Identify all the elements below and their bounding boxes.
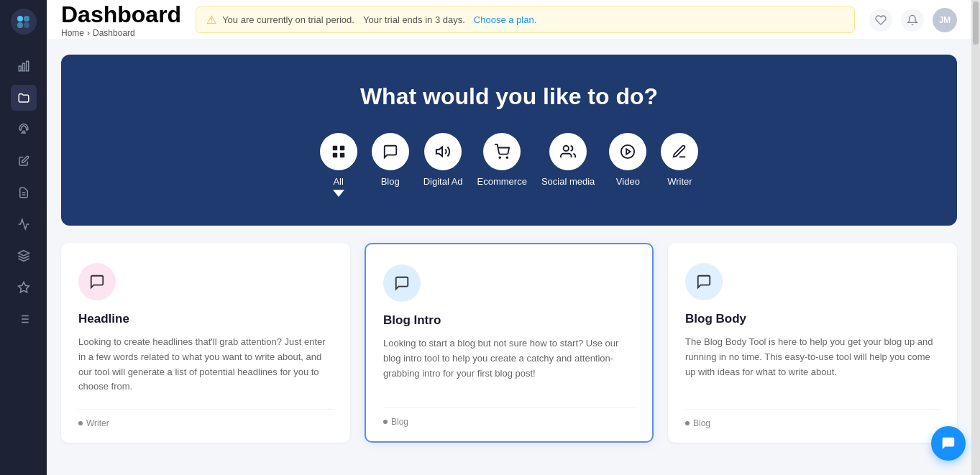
card-blog-intro-tag-dot — [383, 420, 388, 424]
breadcrumb-separator: › — [87, 28, 90, 38]
sidebar-item-list[interactable] — [11, 306, 37, 332]
card-blog-intro-icon-wrap — [383, 264, 421, 302]
svg-rect-6 — [22, 63, 24, 71]
card-blog-body-tag-label: Blog — [693, 418, 710, 428]
tab-ecommerce[interactable]: Ecommerce — [477, 133, 527, 197]
tab-digital-ad[interactable]: Digital Ad — [423, 133, 463, 197]
tab-blog-label: Blog — [381, 176, 400, 187]
trial-message: You are currently on trial period. — [222, 14, 354, 25]
tab-social-media-label: Social media — [541, 176, 595, 187]
sidebar-item-chart[interactable] — [11, 53, 37, 79]
card-blog-body-tag-dot — [685, 421, 690, 425]
sidebar-item-star[interactable] — [11, 275, 37, 300]
svg-point-8 — [22, 131, 24, 133]
sidebar-item-edit[interactable] — [11, 148, 37, 174]
svg-rect-7 — [26, 61, 28, 71]
cards-grid: Headline Looking to create headlines tha… — [61, 243, 957, 443]
card-blog-body-icon-wrap — [685, 263, 723, 300]
breadcrumb: Home › Dashboard — [61, 28, 181, 38]
card-headline-tag-label: Writer — [86, 418, 109, 428]
tab-video-icon — [609, 133, 646, 170]
card-blog-body-description: The Blog Body Tool is here to help you g… — [685, 335, 940, 395]
svg-point-0 — [11, 9, 37, 34]
scrollbar[interactable] — [971, 0, 980, 475]
breadcrumb-current: Dashboard — [93, 28, 135, 38]
card-headline-title: Headline — [78, 312, 333, 326]
tab-blog-icon — [372, 133, 409, 170]
svg-rect-20 — [339, 153, 344, 157]
card-headline-icon-wrap — [78, 263, 116, 300]
category-tabs: All Blog Digital Ad — [75, 133, 943, 197]
card-headline-tag-dot — [78, 421, 83, 425]
svg-rect-19 — [332, 153, 336, 157]
svg-rect-5 — [19, 66, 21, 71]
svg-marker-21 — [436, 147, 442, 157]
card-headline-description: Looking to create headlines that'll grab… — [78, 335, 333, 395]
svg-point-3 — [17, 22, 23, 28]
favorites-button[interactable] — [869, 9, 892, 32]
svg-point-25 — [621, 145, 634, 158]
tab-all-indicator — [333, 190, 344, 197]
card-blog-body-tag: Blog — [685, 409, 940, 428]
header-title-section: Dashboard Home › Dashboard — [61, 1, 181, 38]
chat-button[interactable] — [931, 426, 966, 461]
hero-title: What would you like to do? — [75, 83, 943, 110]
tab-blog[interactable]: Blog — [372, 133, 409, 197]
notifications-button[interactable] — [901, 9, 924, 32]
tab-digital-ad-icon — [424, 133, 462, 170]
main-content: Dashboard Home › Dashboard ⚠ You are cur… — [47, 0, 971, 475]
breadcrumb-home[interactable]: Home — [61, 28, 84, 38]
content-area: What would you like to do? All Blog — [47, 40, 971, 475]
svg-point-24 — [564, 146, 569, 151]
header: Dashboard Home › Dashboard ⚠ You are cur… — [47, 0, 971, 40]
card-blog-intro-title: Blog Intro — [383, 313, 635, 328]
tab-writer-icon — [661, 133, 698, 170]
tab-ecommerce-label: Ecommerce — [477, 176, 527, 187]
trial-cta-link[interactable]: Choose a plan. — [474, 14, 536, 25]
tab-video[interactable]: Video — [609, 133, 646, 197]
card-blog-body[interactable]: Blog Body The Blog Body Tool is here to … — [668, 243, 957, 443]
card-blog-intro[interactable]: Blog Intro Looking to start a blog but n… — [365, 243, 654, 443]
svg-rect-17 — [332, 146, 336, 150]
svg-point-4 — [24, 22, 29, 28]
trial-banner: ⚠ You are currently on trial period. You… — [196, 6, 855, 33]
card-headline[interactable]: Headline Looking to create headlines tha… — [61, 243, 350, 443]
sidebar — [0, 0, 47, 475]
trial-days: Your trial ends in 3 days. — [363, 14, 465, 25]
tab-digital-ad-label: Digital Ad — [423, 176, 463, 187]
app-logo[interactable] — [9, 7, 38, 36]
card-blog-intro-description: Looking to start a blog but not sure how… — [383, 336, 635, 393]
warning-icon: ⚠ — [206, 13, 216, 27]
card-blog-body-title: Blog Body — [685, 312, 940, 326]
tab-all[interactable]: All — [320, 133, 357, 197]
card-blog-intro-tag-label: Blog — [391, 417, 408, 427]
tab-all-label: All — [333, 176, 343, 187]
tab-social-media-icon — [549, 133, 587, 170]
tab-social-media[interactable]: Social media — [541, 133, 595, 197]
tab-writer[interactable]: Writer — [661, 133, 698, 197]
tab-video-label: Video — [616, 176, 640, 187]
card-blog-intro-tag: Blog — [383, 407, 635, 427]
sidebar-item-rocket[interactable] — [11, 116, 37, 142]
scrollbar-thumb[interactable] — [973, 1, 979, 45]
svg-rect-18 — [339, 146, 344, 150]
svg-point-1 — [17, 16, 23, 22]
header-actions: JM — [869, 8, 957, 32]
card-headline-tag: Writer — [78, 409, 333, 428]
sidebar-item-document[interactable] — [11, 180, 37, 206]
sidebar-item-layers[interactable] — [11, 243, 37, 269]
svg-point-23 — [507, 157, 508, 158]
hero-section: What would you like to do? All Blog — [61, 55, 957, 226]
tab-ecommerce-icon — [483, 133, 521, 170]
sidebar-item-analytics[interactable] — [11, 211, 37, 237]
user-avatar[interactable]: JM — [933, 8, 957, 32]
tab-all-icon — [320, 133, 357, 170]
svg-marker-26 — [627, 149, 631, 154]
svg-marker-10 — [18, 282, 29, 292]
svg-marker-9 — [18, 251, 29, 257]
page-title: Dashboard — [61, 1, 181, 28]
svg-point-2 — [24, 16, 29, 22]
sidebar-item-folder[interactable] — [11, 85, 37, 111]
tab-writer-label: Writer — [667, 176, 692, 187]
svg-point-22 — [500, 157, 501, 158]
